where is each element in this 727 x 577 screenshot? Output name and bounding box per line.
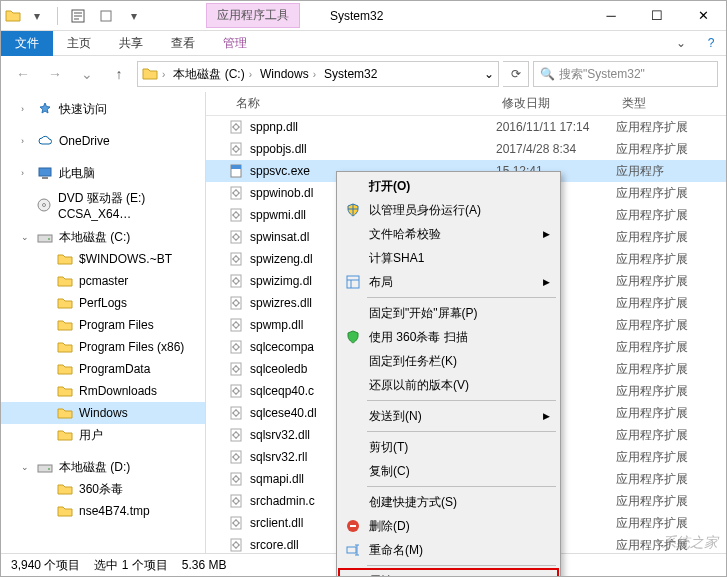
menu-item[interactable]: 打开(O)	[339, 174, 558, 198]
menu-item[interactable]: 计算SHA1	[339, 246, 558, 270]
svg-point-7	[48, 238, 50, 240]
dll-icon	[228, 207, 244, 223]
folder-icon	[5, 8, 21, 24]
svg-rect-52	[347, 547, 356, 553]
dll-icon	[228, 471, 244, 487]
nav-folder[interactable]: ProgramData	[1, 358, 205, 380]
submenu-arrow-icon: ▶	[543, 277, 550, 287]
nav-dvd[interactable]: DVD 驱动器 (E:) CCSA_X64…	[1, 194, 205, 216]
svg-rect-15	[231, 165, 241, 169]
nav-recent-dropdown[interactable]: ⌄	[73, 60, 101, 88]
breadcrumb[interactable]: System32	[320, 62, 381, 86]
menu-item[interactable]: 固定到"开始"屏幕(P)	[339, 301, 558, 325]
close-button[interactable]: ✕	[680, 1, 726, 30]
maximize-button[interactable]: ☐	[634, 1, 680, 30]
ribbon-expand[interactable]: ⌄	[666, 36, 696, 50]
file-row[interactable]: sppobjs.dll 2017/4/28 8:34 应用程序扩展	[206, 138, 726, 160]
tab-file[interactable]: 文件	[1, 31, 53, 56]
qat-new-folder[interactable]	[94, 5, 118, 27]
search-icon: 🔍	[540, 67, 555, 81]
nav-forward[interactable]: →	[41, 60, 69, 88]
nav-folder[interactable]: $WINDOWS.~BT	[1, 248, 205, 270]
refresh-button[interactable]: ⟳	[503, 61, 529, 87]
search-input[interactable]: 🔍 搜索"System32"	[533, 61, 718, 87]
nav-folder[interactable]: 360杀毒	[1, 478, 205, 500]
menu-item[interactable]: 创建快捷方式(S)	[339, 490, 558, 514]
nav-folder[interactable]: Windows	[1, 402, 205, 424]
navigation-pane[interactable]: ›快速访问›OneDrive›此电脑DVD 驱动器 (E:) CCSA_X64……	[1, 92, 206, 553]
breadcrumb[interactable]: Windows›	[256, 62, 320, 86]
status-count: 3,940 个项目	[11, 557, 80, 574]
menu-item[interactable]: 剪切(T)	[339, 435, 558, 459]
dll-icon	[228, 295, 244, 311]
360-icon	[345, 330, 361, 344]
menu-separator	[367, 565, 556, 566]
ribbon-help[interactable]: ?	[696, 36, 726, 50]
status-selection: 选中 1 个项目	[94, 557, 167, 574]
menu-item[interactable]: 使用 360杀毒 扫描	[339, 325, 558, 349]
addr-dropdown[interactable]: ⌄	[484, 67, 494, 81]
col-type: 类型	[616, 95, 726, 112]
nav-folder[interactable]: nse4B74.tmp	[1, 500, 205, 522]
svg-rect-50	[347, 276, 359, 288]
dll-icon	[228, 383, 244, 399]
nav-back[interactable]: ←	[9, 60, 37, 88]
nav-onedrive[interactable]: ›OneDrive	[1, 130, 205, 152]
menu-item[interactable]: 文件哈希校验 ▶	[339, 222, 558, 246]
breadcrumb[interactable]: 本地磁盘 (C:)›	[169, 62, 256, 86]
menu-item[interactable]: 还原以前的版本(V)	[339, 373, 558, 397]
menu-item[interactable]: 固定到任务栏(K)	[339, 349, 558, 373]
context-menu: 打开(O) 以管理员身份运行(A) 文件哈希校验 ▶ 计算SHA1 布局 ▶ 固…	[336, 171, 561, 577]
tab-share[interactable]: 共享	[105, 31, 157, 56]
menu-item[interactable]: 布局 ▶	[339, 270, 558, 294]
qat-properties[interactable]	[66, 5, 90, 27]
address-row: ← → ⌄ ↑ › 本地磁盘 (C:)› Windows› System32 ⌄…	[1, 56, 726, 92]
file-row[interactable]: sppnp.dll 2016/11/11 17:14 应用程序扩展	[206, 116, 726, 138]
delete-icon	[345, 519, 361, 533]
address-bar[interactable]: › 本地磁盘 (C:)› Windows› System32 ⌄	[137, 61, 499, 87]
dll-icon	[228, 361, 244, 377]
nav-folder[interactable]: PerfLogs	[1, 292, 205, 314]
nav-folder[interactable]: 用户	[1, 424, 205, 446]
submenu-arrow-icon: ▶	[543, 411, 550, 421]
layout-icon	[345, 275, 361, 289]
menu-item[interactable]: 删除(D)	[339, 514, 558, 538]
ribbon: 文件 主页 共享 查看 管理 ⌄ ?	[1, 31, 726, 56]
menu-item[interactable]: 发送到(N) ▶	[339, 404, 558, 428]
dll-icon	[228, 273, 244, 289]
minimize-button[interactable]: ─	[588, 1, 634, 30]
nav-folder[interactable]: pcmaster	[1, 270, 205, 292]
tab-home[interactable]: 主页	[53, 31, 105, 56]
menu-item[interactable]: 重命名(M)	[339, 538, 558, 562]
col-name: 名称	[206, 95, 496, 112]
tab-manage[interactable]: 管理	[209, 31, 261, 56]
nav-quick-access[interactable]: ›快速访问	[1, 98, 205, 120]
dll-icon	[228, 405, 244, 421]
nav-folder[interactable]: Program Files (x86)	[1, 336, 205, 358]
dll-icon	[228, 229, 244, 245]
exe-icon	[228, 163, 244, 179]
nav-drive-d[interactable]: ⌄本地磁盘 (D:)	[1, 456, 205, 478]
nav-this-pc[interactable]: ›此电脑	[1, 162, 205, 184]
watermark: 系统之家	[662, 534, 718, 552]
submenu-arrow-icon: ▶	[543, 229, 550, 239]
menu-separator	[367, 431, 556, 432]
tab-view[interactable]: 查看	[157, 31, 209, 56]
menu-item[interactable]: 复制(C)	[339, 459, 558, 483]
qat-dropdown[interactable]: ▾	[25, 5, 49, 27]
dll-icon	[228, 427, 244, 443]
dll-icon	[228, 449, 244, 465]
menu-item[interactable]: 以管理员身份运行(A)	[339, 198, 558, 222]
nav-folder[interactable]: Program Files	[1, 314, 205, 336]
status-size: 5.36 MB	[182, 558, 227, 572]
dll-icon	[228, 119, 244, 135]
folder-icon	[142, 66, 158, 82]
nav-up[interactable]: ↑	[105, 60, 133, 88]
menu-item[interactable]: 属性(R)	[339, 569, 558, 577]
nav-folder[interactable]: RmDownloads	[1, 380, 205, 402]
dll-icon	[228, 141, 244, 157]
column-headers[interactable]: 名称 修改日期 类型	[206, 92, 726, 116]
nav-drive-c[interactable]: ⌄本地磁盘 (C:)	[1, 226, 205, 248]
svg-rect-6	[38, 235, 52, 242]
qat-dropdown-2[interactable]: ▾	[122, 5, 146, 27]
